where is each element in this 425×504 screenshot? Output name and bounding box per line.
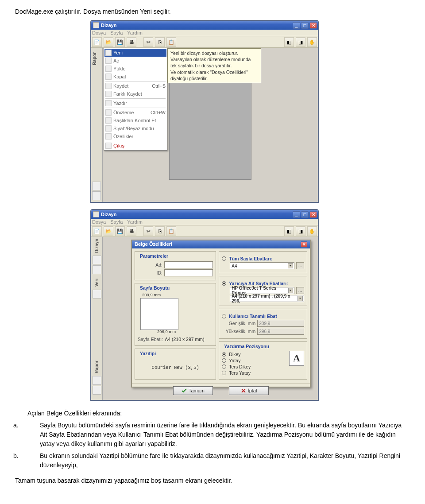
combo-all-sizes[interactable]: A4▾ — [230, 262, 294, 269]
side-label-dizayn[interactable]: Dizayn — [94, 239, 99, 253]
side-label-rapor[interactable]: Rapor — [94, 361, 99, 373]
chevron-down-icon: ▾ — [298, 296, 303, 301]
dialog-close-button[interactable]: ✕ — [301, 241, 307, 248]
radio-printer-sizes[interactable] — [222, 281, 226, 286]
checkmark-icon — [182, 388, 187, 393]
combo-printer-size[interactable]: A4 (210 x 297 mm) , (209,9 x 296,▾ — [230, 295, 304, 302]
cancel-button[interactable]: İptal — [229, 386, 269, 395]
app-window-1: Dizayn _ □ ✕ Dosya Sayfa Yardım 📄 📂 💾 🖶 … — [90, 20, 319, 203]
menu-dosya[interactable]: Dosya — [92, 219, 106, 225]
menu-item-siyah[interactable]: Siyah/Beyaz modu — [104, 124, 166, 132]
menu-sayfa[interactable]: Sayfa — [110, 30, 123, 35]
input-id[interactable] — [164, 269, 213, 276]
menu-item-cikis[interactable]: Çıkış — [104, 142, 166, 150]
tool-misc2-icon[interactable]: ◨ — [296, 37, 305, 47]
menu-item-basliklari[interactable]: Başlıkları Kontrol Et — [104, 116, 166, 124]
tool-misc2-icon[interactable]: ◨ — [296, 226, 305, 236]
tool-open-icon[interactable]: 📂 — [104, 37, 113, 47]
maximize-button[interactable]: □ — [301, 22, 309, 29]
tool-paste-icon[interactable]: 📋 — [166, 37, 176, 47]
tool-hand-icon[interactable]: ✋ — [307, 226, 317, 236]
maximize-button[interactable]: □ — [301, 211, 309, 218]
menu-item-ac[interactable]: Aç — [104, 57, 166, 65]
combo-printer[interactable]: HP OfficeJet T Series Printer▾ — [230, 287, 294, 294]
page-preview[interactable] — [140, 298, 178, 330]
tool-cut-icon[interactable]: ✂ — [143, 226, 153, 236]
side-icon[interactable] — [93, 265, 101, 274]
radio-dikey[interactable] — [222, 352, 226, 357]
menu-yardim[interactable]: Yardım — [127, 30, 143, 35]
tool-new-icon[interactable]: 📄 — [92, 226, 102, 236]
tool-copy-icon[interactable]: ⎘ — [155, 226, 165, 236]
menu-item-kaydet[interactable]: KaydetCtrl+S — [104, 82, 166, 90]
tool-misc1-icon[interactable]: ◧ — [284, 226, 294, 236]
tool-print-icon[interactable]: 🖶 — [127, 226, 136, 236]
window-title: Dizayn — [101, 23, 293, 28]
menu-shortcut: Ctrl+W — [151, 110, 166, 115]
group-title: Sayfa Boyutu — [139, 285, 171, 291]
tool-save-icon[interactable]: 💾 — [115, 37, 125, 47]
radio-ters-dikey[interactable] — [222, 364, 226, 369]
tool-hand-icon[interactable]: ✋ — [307, 37, 317, 47]
menu-item-label: Başlıkları Kontrol Et — [113, 118, 166, 123]
side-icon-1[interactable] — [92, 182, 101, 190]
radio-ters-yatay[interactable] — [222, 371, 226, 375]
file-menu-dropdown: Yeni Aç Yükle Kapat KaydetCtrl+S Farklı … — [104, 48, 167, 151]
minimize-button[interactable]: _ — [293, 22, 300, 29]
tool-paste-icon[interactable]: 📋 — [166, 226, 176, 236]
close-doc-icon — [105, 74, 112, 80]
tool-misc1-icon[interactable]: ◧ — [284, 37, 294, 47]
tool-print-icon[interactable]: 🖶 — [127, 37, 136, 47]
menu-dosya[interactable]: Dosya — [92, 30, 106, 35]
tooltip-yeni: Yeni bir dizayn dosyası oluşturur. Varsa… — [167, 48, 261, 83]
group-yazitipi[interactable]: Yazıtipi Courier New (3,5) — [135, 349, 216, 380]
titlebar: Dizayn _ □ ✕ — [91, 210, 318, 219]
menu-sayfa[interactable]: Sayfa — [110, 219, 123, 225]
tooltip-line: Ve otomatik olarak "Dosya Özellikleri" d… — [170, 69, 258, 81]
menu-item-label: Kaydet — [113, 83, 150, 89]
menu-item-onizleme[interactable]: ÖnizlemeCtrl+W — [104, 109, 166, 116]
group-tum-ebatlar: Tüm Sayfa Ebatları: A4▾ … — [219, 251, 307, 273]
tool-open-icon[interactable]: 📂 — [104, 226, 113, 236]
x-icon — [241, 388, 246, 393]
font-sample: Courier New (3,5) — [138, 365, 213, 370]
side-label-rapor[interactable]: Rapor — [92, 52, 101, 65]
side-label-veri[interactable]: Veri — [94, 279, 99, 287]
chevron-down-icon: ▾ — [288, 288, 293, 293]
close-button[interactable]: ✕ — [309, 211, 317, 218]
minimize-button[interactable]: _ — [293, 211, 300, 218]
menu-item-label: Önizleme — [113, 110, 149, 115]
radio-all-sizes[interactable] — [222, 256, 226, 261]
tooltip-line: tek sayfalık bir dosya yaratılır. — [170, 62, 258, 69]
browse-button[interactable]: … — [296, 262, 304, 269]
tool-save-icon[interactable]: 💾 — [115, 226, 125, 236]
side-icon-2[interactable] — [92, 191, 101, 200]
menu-item-farkli[interactable]: Farklı Kaydet — [104, 90, 166, 98]
side-icon[interactable] — [93, 290, 101, 299]
browse-button[interactable]: … — [296, 287, 304, 294]
side-icon[interactable] — [93, 386, 101, 395]
radio-yatay[interactable] — [222, 358, 226, 363]
saveas-icon — [105, 91, 112, 97]
menu-item-kapat[interactable]: Kapat — [104, 73, 166, 81]
menu-item-ozellikler[interactable]: Özellikler — [104, 132, 166, 140]
tool-copy-icon[interactable]: ⎘ — [155, 37, 165, 47]
menu-yardim[interactable]: Yardım — [127, 219, 143, 225]
side-icon[interactable] — [93, 376, 101, 385]
last-text: Tamam tuşuna basarak dizaynımızı yapacağ… — [15, 476, 410, 485]
input-ad[interactable] — [164, 261, 213, 268]
radio-label: Ters Yatay — [229, 370, 251, 376]
radio-user-size[interactable] — [222, 314, 226, 318]
ok-button[interactable]: Tamam — [173, 386, 213, 395]
menu-item-label: Kapat — [113, 74, 166, 79]
side-icon[interactable] — [93, 256, 101, 264]
tool-cut-icon[interactable]: ✂ — [143, 37, 153, 47]
menu-item-yazdir[interactable]: Yazdır — [104, 99, 166, 107]
page-width-text: 209,9 mm — [142, 292, 213, 297]
save-icon — [105, 83, 112, 89]
menu-item-yukle[interactable]: Yükle — [104, 65, 166, 73]
tool-new-icon[interactable]: 📄 — [92, 37, 102, 47]
close-button[interactable]: ✕ — [309, 22, 317, 29]
field-label: Sayfa Ebatı: — [138, 337, 163, 342]
menu-item-yeni[interactable]: Yeni — [104, 49, 166, 57]
